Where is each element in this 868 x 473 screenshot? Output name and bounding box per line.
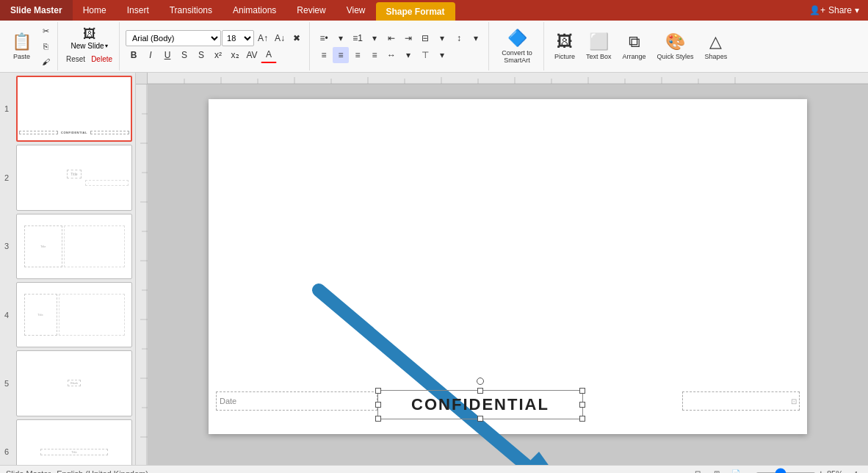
copy-button[interactable]: ⎘ — [38, 39, 53, 54]
clipboard-group: 📋 Paste ✂ ⎘ 🖌 — [3, 22, 58, 71]
new-slide-label: New Slide — [71, 42, 104, 50]
tab-shape-format[interactable]: Shape Format — [376, 2, 455, 21]
drawing-group: 🖼 Picture ⬜ Text Box ⧉ Arrange 🎨 Quick S… — [546, 22, 736, 71]
slide-thumb-4[interactable]: Title — [16, 282, 132, 347]
slide-thumb-6[interactable]: Title — [16, 419, 132, 465]
columns-btn[interactable]: ⊟ — [417, 30, 433, 46]
language-label: English (United Kingdom) — [57, 469, 148, 474]
view-mode-label: Slide Master — [6, 469, 51, 474]
handle-tr — [579, 388, 585, 394]
shadow-btn[interactable]: S — [193, 47, 209, 63]
slide-thumb-5[interactable]: Blank — [16, 350, 132, 416]
tab-insert[interactable]: Insert — [117, 0, 159, 21]
superscript-btn[interactable]: x² — [210, 47, 226, 63]
bullets-dropdown[interactable]: ▾ — [333, 30, 349, 46]
handle-bl — [375, 416, 381, 422]
text-box-icon: ⬜ — [589, 32, 609, 51]
char-spacing-btn[interactable]: AV — [244, 47, 260, 63]
date-box[interactable]: Date — [216, 391, 377, 411]
svg-marker-33 — [524, 452, 576, 465]
date-label: Date — [220, 397, 236, 405]
paragraph-group: ≡• ▾ ≡1 ▾ ⇤ ⇥ ⊟ ▾ ↕ ▾ ≡ ≡ ≡ ≡ ↔ ▾ ⊤ ▾ — [311, 22, 489, 71]
shapes-button[interactable]: △ Shapes — [701, 31, 732, 62]
picture-button[interactable]: 🖼 Picture — [550, 31, 579, 62]
paste-button[interactable]: 📋 Paste — [7, 31, 36, 62]
slide-thumb-3[interactable]: Title — [16, 214, 132, 279]
quick-styles-icon: 🎨 — [665, 32, 685, 51]
slide-sorter-btn[interactable]: ⊞ — [709, 468, 724, 474]
subscript-btn[interactable]: x₂ — [227, 47, 243, 63]
page-num-icon: ⊡ — [791, 397, 797, 405]
handle-br — [579, 416, 585, 422]
numbering-btn[interactable]: ≡1 — [350, 30, 366, 46]
decrease-indent-btn[interactable]: ⇤ — [383, 30, 399, 46]
convert-smartart-button[interactable]: 🔷 Convert to SmartArt — [495, 27, 539, 65]
zoom-out-btn[interactable]: − — [748, 468, 753, 474]
bullets-btn[interactable]: ≡• — [316, 30, 332, 46]
share-button[interactable]: 👤+ Share ▾ — [800, 2, 868, 18]
tab-animations[interactable]: Animations — [223, 0, 286, 21]
slide-number-4: 4 — [4, 311, 13, 319]
svg-rect-18 — [136, 84, 148, 465]
format-painter-button[interactable]: 🖌 — [38, 54, 53, 69]
columns-dropdown[interactable]: ▾ — [434, 30, 450, 46]
slide-thumb-2[interactable]: Title ▪ — [16, 145, 132, 210]
align-right-btn[interactable]: ≡ — [350, 47, 366, 63]
line-spacing-dropdown[interactable]: ▾ — [468, 30, 484, 46]
quick-styles-button[interactable]: 🎨 Quick Styles — [653, 31, 698, 62]
new-slide-dropdown[interactable]: ▾ — [105, 43, 108, 49]
align-left-btn[interactable]: ≡ — [316, 47, 332, 63]
align-text-btn[interactable]: ⊤ — [417, 47, 433, 63]
font-size-select[interactable]: 18 — [222, 30, 254, 46]
numbering-dropdown[interactable]: ▾ — [366, 30, 383, 46]
confidential-box[interactable]: CONFIDENTIAL — [377, 390, 583, 419]
font-family-select[interactable]: Arial (Body) — [126, 30, 221, 46]
slide-thumb-1[interactable]: CONFIDENTIAL — [16, 76, 132, 142]
reading-view-btn[interactable]: 📄 — [728, 468, 743, 474]
text-box-button[interactable]: ⬜ Text Box — [582, 31, 616, 62]
svg-rect-0 — [148, 73, 868, 84]
align-center-btn[interactable]: ≡ — [333, 47, 349, 63]
handle-tl — [375, 388, 381, 394]
normal-view-btn[interactable]: ⊡ — [690, 468, 705, 474]
tab-slide-master[interactable]: Slide Master — [0, 0, 73, 21]
svg-line-32 — [319, 290, 554, 465]
bold-btn[interactable]: B — [126, 47, 142, 63]
blue-arrow — [275, 275, 701, 465]
paste-icon: 📋 — [12, 32, 32, 51]
rotate-handle[interactable] — [477, 378, 484, 385]
decrease-font-btn[interactable]: A↓ — [272, 30, 288, 46]
delete-button[interactable]: Delete — [89, 51, 115, 66]
strikethrough-btn[interactable]: S — [176, 47, 192, 63]
align-text-dropdown[interactable]: ▾ — [434, 47, 450, 63]
font-group: Arial (Body) 18 A↑ A↓ ✖ B I U S S x² x₂ … — [121, 22, 310, 71]
slide-workspace[interactable]: Date — [148, 84, 868, 465]
clear-formatting-btn[interactable]: ✖ — [289, 30, 305, 46]
handle-mr — [579, 402, 585, 408]
tab-view[interactable]: View — [336, 0, 376, 21]
arrange-button[interactable]: ⧉ Arrange — [618, 31, 651, 62]
tab-transitions[interactable]: Transitions — [159, 0, 223, 21]
new-slide-icon-btn[interactable]: 🖼 — [81, 26, 98, 41]
zoom-in-btn[interactable]: + — [818, 468, 824, 474]
increase-indent-btn[interactable]: ⇥ — [400, 30, 416, 46]
ruler-vertical — [136, 84, 148, 465]
tab-review[interactable]: Review — [286, 0, 336, 21]
reset-button[interactable]: Reset — [64, 51, 87, 66]
right-placeholder-box[interactable]: ⊡ — [682, 391, 800, 411]
smartart-icon: 🔷 — [507, 29, 527, 48]
handle-ml — [375, 402, 381, 408]
cut-button[interactable]: ✂ — [38, 24, 53, 38]
fit-to-window-btn[interactable]: ⤢ — [847, 468, 862, 474]
picture-icon: 🖼 — [557, 32, 573, 51]
justify-btn[interactable]: ≡ — [366, 47, 383, 63]
underline-btn[interactable]: U — [159, 47, 176, 63]
font-color-btn[interactable]: A — [261, 47, 277, 63]
increase-font-btn[interactable]: A↑ — [255, 30, 271, 46]
tab-home[interactable]: Home — [73, 0, 117, 21]
text-direction-dropdown[interactable]: ▾ — [400, 47, 416, 63]
line-spacing-btn[interactable]: ↕ — [451, 30, 467, 46]
text-direction-btn[interactable]: ↔ — [383, 47, 399, 63]
italic-btn[interactable]: I — [142, 47, 159, 63]
zoom-level[interactable]: 85% — [827, 469, 843, 474]
